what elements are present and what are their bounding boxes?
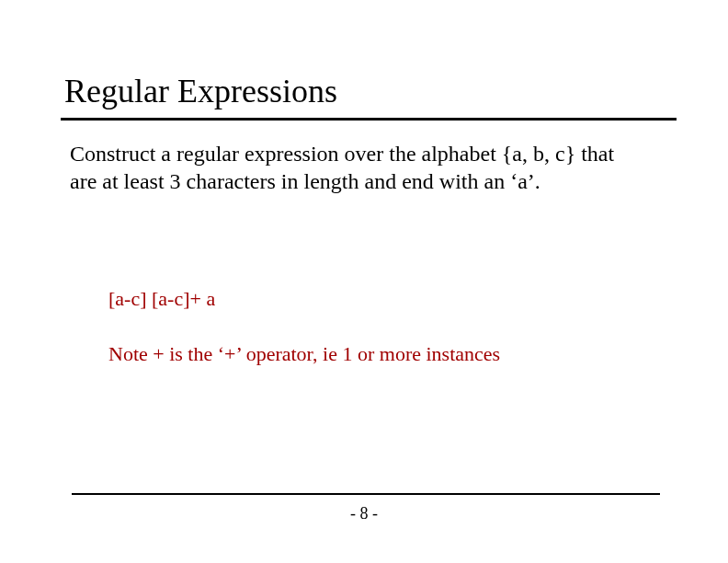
operator-note: Note + is the ‘+’ operator, ie 1 or more… (108, 342, 500, 366)
problem-statement: Construct a regular expression over the … (70, 140, 621, 195)
title-underline (61, 118, 677, 121)
page-number: - 8 - (0, 504, 728, 523)
slide-title: Regular Expressions (64, 72, 337, 110)
regex-answer: [a-c] [a-c]+ a (108, 287, 215, 311)
footer-divider (72, 493, 660, 495)
slide: Regular Expressions Construct a regular … (0, 0, 728, 563)
